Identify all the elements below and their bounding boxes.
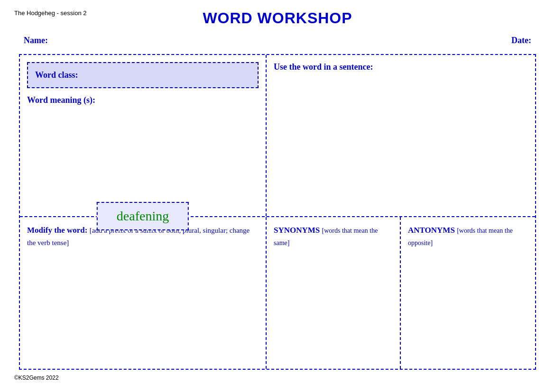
sentence-label: Use the word in a sentence: [274,62,528,72]
word-meaning-label: Word meaning (s): [27,95,259,105]
top-right-cell: Use the word in a sentence: [267,55,535,216]
main-worksheet: Word class: Word meaning (s): deafening … [19,54,536,370]
synonyms-label: SYNONYMS [words that mean the same] [274,224,393,248]
name-date-row: Name: Date: [14,32,541,49]
antonyms-label: ANTONYMS [words that mean the opposite] [408,224,528,248]
date-label: Date: [511,36,531,46]
antonyms-cell: ANTONYMS [words that mean the opposite] [401,217,535,369]
bottom-section: Modify the word: [add a prefix or a suff… [20,217,535,369]
name-label: Name: [24,36,48,46]
session-label: The Hodgeheg - session 2 [14,9,86,17]
modify-title: Modify the word: [27,226,87,235]
target-word: deafening [117,209,169,223]
page-title: WORD WORKSHOP [203,9,352,27]
synonyms-title: SYNONYMS [274,226,320,235]
word-center-box: deafening [97,202,189,230]
modify-cell: Modify the word: [add a prefix or a suff… [20,217,267,369]
top-left-cell: Word class: Word meaning (s): deafening [20,55,267,216]
footer: ©KS2Gems 2022 [14,374,541,381]
word-class-box: Word class: [27,62,259,88]
synonyms-cell: SYNONYMS [words that mean the same] [267,217,401,369]
word-class-label: Word class: [35,70,78,80]
antonyms-title: ANTONYMS [408,226,455,235]
top-section: Word class: Word meaning (s): deafening … [20,55,535,217]
